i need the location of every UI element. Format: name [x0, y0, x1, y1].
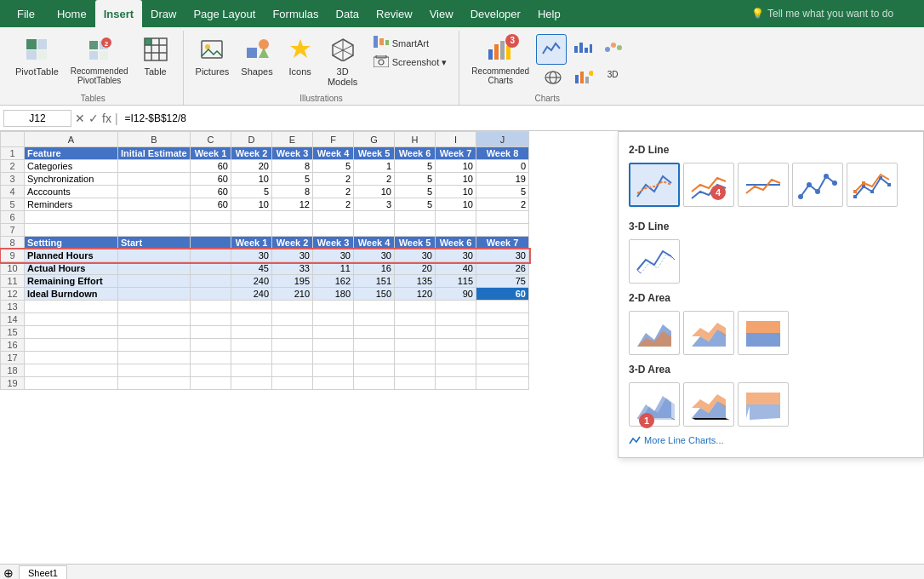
cell-f3[interactable]: 2 [313, 173, 354, 186]
cell-b8[interactable]: Start [118, 237, 191, 249]
cell-f10[interactable]: 11 [313, 262, 354, 275]
recommended-pivot-button[interactable]: 2 RecommendedPivotTables [66, 34, 134, 89]
cell-j12-active[interactable]: 60 [476, 288, 529, 301]
cell-g10[interactable]: 16 [354, 262, 395, 275]
cell-e1[interactable]: Week 3 [272, 147, 313, 160]
cell-f11[interactable]: 162 [313, 275, 354, 288]
cell-f1[interactable]: Week 4 [313, 147, 354, 160]
cell-g1[interactable]: Week 5 [354, 147, 395, 160]
insert-function-icon[interactable]: fx [102, 112, 111, 125]
cell-j11[interactable]: 75 [476, 275, 529, 288]
cancel-icon[interactable]: ✕ [75, 112, 85, 125]
cell-d1[interactable]: Week 2 [231, 147, 272, 160]
cell-g4[interactable]: 10 [354, 186, 395, 198]
col-header-c[interactable]: C [191, 132, 231, 147]
table-button[interactable]: Table [135, 34, 176, 80]
cell-c8[interactable] [191, 237, 231, 249]
cell-d5[interactable]: 10 [231, 198, 272, 211]
cell-e11[interactable]: 195 [272, 275, 313, 288]
cell-a3[interactable]: Synchronization [25, 173, 118, 186]
col-header-a[interactable]: A [25, 132, 118, 147]
pivot-table-button[interactable]: PivotTable [10, 34, 64, 80]
cell-a11[interactable]: Remaining Effort [25, 275, 118, 288]
cell-j6[interactable] [476, 211, 529, 224]
menu-draw[interactable]: Draw [142, 0, 185, 27]
cell-f2[interactable]: 5 [313, 160, 354, 173]
cell-i10[interactable]: 40 [436, 262, 476, 275]
cell-c6[interactable] [191, 211, 231, 224]
cell-e7[interactable] [272, 224, 313, 237]
menu-page-layout[interactable]: Page Layout [185, 0, 264, 27]
cell-c7[interactable] [191, 224, 231, 237]
cell-f12[interactable]: 180 [313, 288, 354, 301]
col-header-d[interactable]: D [231, 132, 272, 147]
formula-input[interactable] [122, 111, 921, 126]
menu-file[interactable]: File [3, 0, 48, 27]
col-header-b[interactable]: B [118, 132, 191, 147]
cell-d9[interactable]: 30 [231, 249, 272, 262]
cell-e9[interactable]: 30 [272, 249, 313, 262]
cell-d2[interactable]: 20 [231, 160, 272, 173]
cell-d4[interactable]: 5 [231, 186, 272, 198]
cell-b6[interactable] [118, 211, 191, 224]
cell-c11[interactable] [191, 275, 231, 288]
cell-g9[interactable]: 30 [354, 249, 395, 262]
cell-i6[interactable] [436, 211, 476, 224]
cell-e3[interactable]: 5 [272, 173, 313, 186]
stacked-line-chart[interactable] [683, 163, 734, 207]
cell-i4[interactable]: 10 [436, 186, 476, 198]
cell-g3[interactable]: 2 [354, 173, 395, 186]
cell-b1[interactable]: Initial Estimate [118, 147, 191, 160]
bar-chart-button[interactable] [568, 34, 597, 65]
100-stacked-line-chart[interactable] [738, 163, 789, 207]
cell-h4[interactable]: 5 [395, 186, 436, 198]
screenshot-button[interactable]: Screenshot ▾ [368, 54, 453, 72]
cell-f7[interactable] [313, 224, 354, 237]
cell-i7[interactable] [436, 224, 476, 237]
cell-a4[interactable]: Acccounts [25, 186, 118, 198]
cell-h3[interactable]: 5 [395, 173, 436, 186]
line-basic-chart[interactable] [629, 163, 680, 207]
cell-f6[interactable] [313, 211, 354, 224]
cell-i11[interactable]: 115 [436, 275, 476, 288]
cell-e6[interactable] [272, 211, 313, 224]
cell-g5[interactable]: 3 [354, 198, 395, 211]
cell-b10[interactable] [118, 262, 191, 275]
more-line-charts-link[interactable]: More Line Charts... [619, 430, 923, 450]
3d-chart-button[interactable]: 3D [600, 66, 625, 89]
cell-f5[interactable]: 2 [313, 198, 354, 211]
cell-e5[interactable]: 12 [272, 198, 313, 211]
cell-f9[interactable]: 30 [313, 249, 354, 262]
cell-b9[interactable] [118, 249, 191, 262]
col-header-h[interactable]: H [395, 132, 436, 147]
cell-i1[interactable]: Week 7 [436, 147, 476, 160]
menu-home[interactable]: Home [48, 0, 95, 27]
more-charts-button[interactable] [599, 34, 628, 65]
menu-help[interactable]: Help [529, 0, 569, 27]
cell-b7[interactable] [118, 224, 191, 237]
cell-g11[interactable]: 151 [354, 275, 395, 288]
cell-i9[interactable]: 30 [436, 249, 476, 262]
area-100-chart[interactable] [738, 311, 789, 355]
line-chart-button[interactable] [536, 34, 567, 65]
cell-h7[interactable] [395, 224, 436, 237]
area-stacked-chart[interactable] [683, 311, 734, 355]
cell-g6[interactable] [354, 211, 395, 224]
area-3d-stacked-chart[interactable] [683, 382, 734, 427]
cell-h1[interactable]: Week 6 [395, 147, 436, 160]
col-header-g[interactable]: G [354, 132, 395, 147]
cell-c4[interactable]: 60 [191, 186, 231, 198]
cell-a2[interactable]: Categories [25, 160, 118, 173]
menu-developer[interactable]: Developer [462, 0, 529, 27]
recommended-charts-button[interactable]: 3 RecommendedCharts [466, 34, 534, 89]
cell-d10[interactable]: 45 [231, 262, 272, 275]
cell-d12[interactable]: 240 [231, 288, 272, 301]
cell-a10[interactable]: Actual Hours [25, 262, 118, 275]
cell-j3[interactable]: 19 [476, 173, 529, 186]
cell-h11[interactable]: 135 [395, 275, 436, 288]
area-3d-100-chart[interactable] [738, 382, 789, 427]
cell-b11[interactable] [118, 275, 191, 288]
cell-c10[interactable] [191, 262, 231, 275]
cell-h10[interactable]: 20 [395, 262, 436, 275]
menu-data[interactable]: Data [328, 0, 368, 27]
